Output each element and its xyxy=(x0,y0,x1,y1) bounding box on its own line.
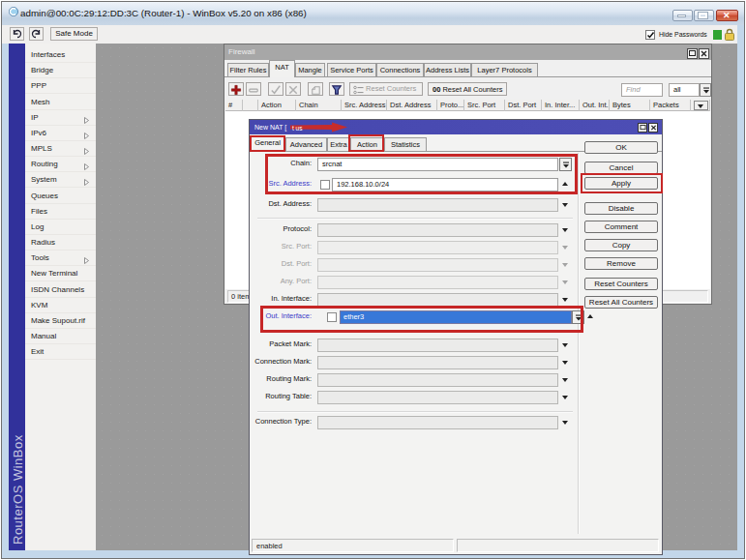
svg-text:t us: t us xyxy=(292,125,303,132)
